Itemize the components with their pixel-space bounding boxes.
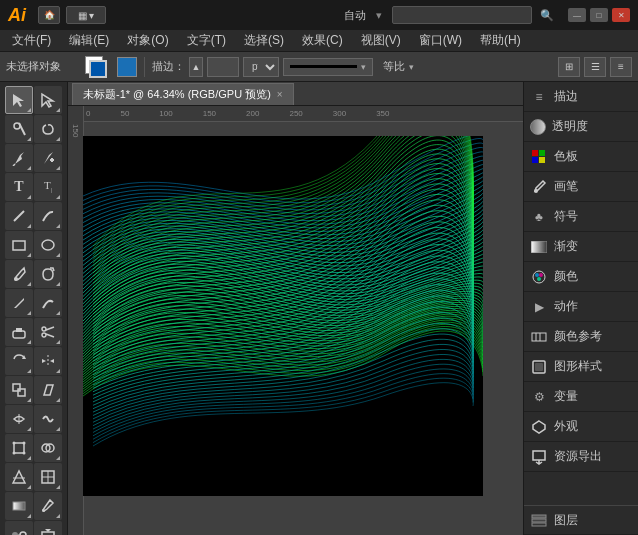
menu-help[interactable]: 帮助(H) bbox=[472, 30, 529, 51]
gradient-tool[interactable] bbox=[5, 492, 33, 520]
rect-tool[interactable] bbox=[5, 231, 33, 259]
title-bar: Ai 🏠 ▦ ▾ 自动 ▾ 🔍 — □ ✕ bbox=[0, 0, 638, 30]
artwork-svg bbox=[83, 136, 483, 496]
window-controls: — □ ✕ bbox=[568, 8, 630, 22]
left-toolbar: T T| bbox=[0, 82, 68, 535]
paintbrush-tool[interactable] bbox=[5, 260, 33, 288]
panel-label-color-guide: 颜色参考 bbox=[554, 328, 602, 345]
direct-select-tool[interactable] bbox=[34, 86, 62, 114]
panel-item-swatches[interactable]: 色板 bbox=[524, 142, 638, 172]
warp-tool[interactable] bbox=[34, 405, 62, 433]
panel-item-graphic-styles[interactable]: 图形样式 bbox=[524, 352, 638, 382]
scale-tool[interactable] bbox=[5, 376, 33, 404]
panel-item-color-guide[interactable]: 颜色参考 bbox=[524, 322, 638, 352]
opacity-dropdown[interactable]: ▾ bbox=[409, 62, 414, 72]
variables-panel-icon: ⚙ bbox=[530, 388, 548, 406]
adobe-stock-search[interactable] bbox=[392, 6, 532, 24]
more-options[interactable]: ≡ bbox=[610, 57, 632, 77]
panel-label-appearance: 外观 bbox=[554, 418, 578, 435]
align-icon[interactable]: ⊞ bbox=[558, 57, 580, 77]
canvas-scroll-area[interactable]: 050100150200250300350 050100150200250300 bbox=[68, 106, 523, 535]
toolbar-divider-1 bbox=[144, 57, 145, 77]
eraser-tool[interactable] bbox=[5, 318, 33, 346]
panel-toggle[interactable]: ☰ bbox=[584, 57, 606, 77]
transparency-panel-icon bbox=[530, 119, 546, 135]
panel-item-appearance[interactable]: 外观 bbox=[524, 412, 638, 442]
type-tool[interactable]: T bbox=[5, 173, 33, 201]
live-paint-tool[interactable] bbox=[34, 521, 62, 535]
svg-rect-66 bbox=[533, 451, 545, 460]
canvas-area: 未标题-1* @ 64.34% (RGB/GPU 预览) × 050100150… bbox=[68, 82, 523, 535]
smooth-tool[interactable] bbox=[34, 289, 62, 317]
panel-item-symbols[interactable]: ♣ 符号 bbox=[524, 202, 638, 232]
arc-tool[interactable] bbox=[34, 202, 62, 230]
shape-builder-tool[interactable] bbox=[34, 434, 62, 462]
workspace-switcher[interactable]: ▦ ▾ bbox=[66, 6, 106, 24]
pen-tool[interactable] bbox=[5, 144, 33, 172]
touch-type-tool[interactable]: T| bbox=[34, 173, 62, 201]
stroke-fill-swatch[interactable] bbox=[85, 56, 113, 78]
line-segment-tool[interactable] bbox=[5, 202, 33, 230]
panel-item-stroke[interactable]: ≡ 描边 bbox=[524, 82, 638, 112]
ellipse-tool[interactable] bbox=[34, 231, 62, 259]
svg-point-24 bbox=[23, 452, 26, 455]
menu-effect[interactable]: 效果(C) bbox=[294, 30, 351, 51]
scissors-tool[interactable] bbox=[34, 318, 62, 346]
panel-item-transparency[interactable]: 透明度 bbox=[524, 112, 638, 142]
shear-tool[interactable] bbox=[34, 376, 62, 404]
tool-row-2 bbox=[2, 115, 65, 143]
mesh-tool[interactable] bbox=[34, 463, 62, 491]
auto-label: 自动 bbox=[344, 8, 366, 23]
menu-window[interactable]: 窗口(W) bbox=[411, 30, 470, 51]
menu-view[interactable]: 视图(V) bbox=[353, 30, 409, 51]
svg-point-8 bbox=[14, 277, 18, 281]
eyedropper-tool[interactable] bbox=[34, 492, 62, 520]
stroke-label: 描边： bbox=[152, 59, 185, 74]
svg-point-55 bbox=[534, 189, 538, 193]
fill-color-picker[interactable] bbox=[117, 57, 137, 77]
tool-row-13 bbox=[2, 434, 65, 462]
panel-item-variables[interactable]: ⚙ 变量 bbox=[524, 382, 638, 412]
menu-edit[interactable]: 编辑(E) bbox=[61, 30, 117, 51]
ruler-top: 050100150200250300350 bbox=[68, 106, 523, 122]
stroke-line-preview[interactable]: ▾ bbox=[283, 58, 373, 76]
stroke-panel-icon: ≡ bbox=[530, 88, 548, 106]
close-button[interactable]: ✕ bbox=[612, 8, 630, 22]
reflect-tool[interactable] bbox=[34, 347, 62, 375]
panel-item-gradient[interactable]: 渐变 bbox=[524, 232, 638, 262]
document-tab[interactable]: 未标题-1* @ 64.34% (RGB/GPU 预览) × bbox=[72, 83, 294, 105]
tool-row-16 bbox=[2, 521, 65, 535]
panel-item-layers[interactable]: 图层 bbox=[524, 505, 638, 535]
blend-tool[interactable] bbox=[5, 521, 33, 535]
magic-wand-tool[interactable] bbox=[5, 115, 33, 143]
minimize-button[interactable]: — bbox=[568, 8, 586, 22]
svg-rect-67 bbox=[532, 515, 546, 518]
menu-select[interactable]: 选择(S) bbox=[236, 30, 292, 51]
menu-type[interactable]: 文字(T) bbox=[179, 30, 234, 51]
tab-bar: 未标题-1* @ 64.34% (RGB/GPU 预览) × bbox=[68, 82, 523, 106]
svg-line-5 bbox=[14, 211, 24, 221]
panel-item-brushes[interactable]: 画笔 bbox=[524, 172, 638, 202]
perspective-grid-tool[interactable] bbox=[5, 463, 33, 491]
select-tool[interactable] bbox=[5, 86, 33, 114]
width-tool[interactable] bbox=[5, 405, 33, 433]
menu-object[interactable]: 对象(O) bbox=[119, 30, 176, 51]
add-anchor-tool[interactable] bbox=[34, 144, 62, 172]
blob-brush-tool[interactable] bbox=[34, 260, 62, 288]
svg-rect-10 bbox=[16, 328, 22, 332]
panel-item-actions[interactable]: ▶ 动作 bbox=[524, 292, 638, 322]
menu-file[interactable]: 文件(F) bbox=[4, 30, 59, 51]
panel-item-color[interactable]: 颜色 bbox=[524, 262, 638, 292]
stroke-width-input[interactable]: 1 bbox=[207, 57, 239, 77]
lasso-tool[interactable] bbox=[34, 115, 62, 143]
stroke-unit-select[interactable]: pt bbox=[243, 57, 279, 77]
rotate-tool[interactable] bbox=[5, 347, 33, 375]
maximize-button[interactable]: □ bbox=[590, 8, 608, 22]
up-arrow[interactable]: ▲ bbox=[189, 57, 203, 77]
doc-tab-close[interactable]: × bbox=[277, 89, 283, 100]
artboard bbox=[83, 136, 483, 496]
pencil-tool[interactable] bbox=[5, 289, 33, 317]
free-transform-tool[interactable] bbox=[5, 434, 33, 462]
panel-item-asset-export[interactable]: 资源导出 bbox=[524, 442, 638, 472]
home-icon[interactable]: 🏠 bbox=[38, 6, 60, 24]
